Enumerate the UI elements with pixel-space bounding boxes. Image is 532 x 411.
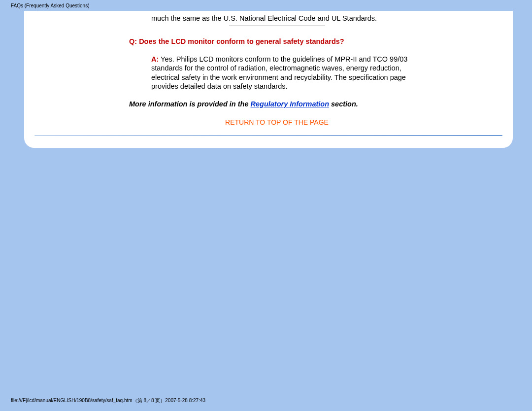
- intro-continuation-text: much the same as the U.S. National Elect…: [151, 14, 425, 23]
- more-info-text: More information is provided in the Regu…: [129, 100, 425, 108]
- question-label: Q:: [129, 37, 137, 45]
- answer-label: A:: [151, 55, 159, 63]
- section-divider: [229, 26, 325, 26]
- return-to-top-link[interactable]: RETURN TO TOP OF THE PAGE: [129, 118, 425, 127]
- page-header-text: FAQs (Frequently Asked Questions): [11, 3, 90, 8]
- faq-question: Q: Does the LCD monitor conform to gener…: [129, 37, 425, 46]
- regulatory-information-link[interactable]: Regulatory Information: [251, 100, 330, 108]
- more-info-post: section.: [329, 100, 358, 108]
- content-panel: much the same as the U.S. National Elect…: [24, 11, 513, 148]
- question-text: Does the LCD monitor conform to general …: [139, 37, 344, 45]
- faq-answer: A: Yes. Philips LCD monitors conform to …: [151, 55, 425, 91]
- more-info-pre: More information is provided in the: [129, 100, 251, 108]
- page-footer-text: file:///F|/lcd/manual/ENGLISH/190B8/safe…: [11, 397, 205, 404]
- panel-bottom-divider: [34, 135, 502, 136]
- answer-text: Yes. Philips LCD monitors conform to the…: [151, 55, 407, 90]
- content-area: much the same as the U.S. National Elect…: [129, 14, 425, 127]
